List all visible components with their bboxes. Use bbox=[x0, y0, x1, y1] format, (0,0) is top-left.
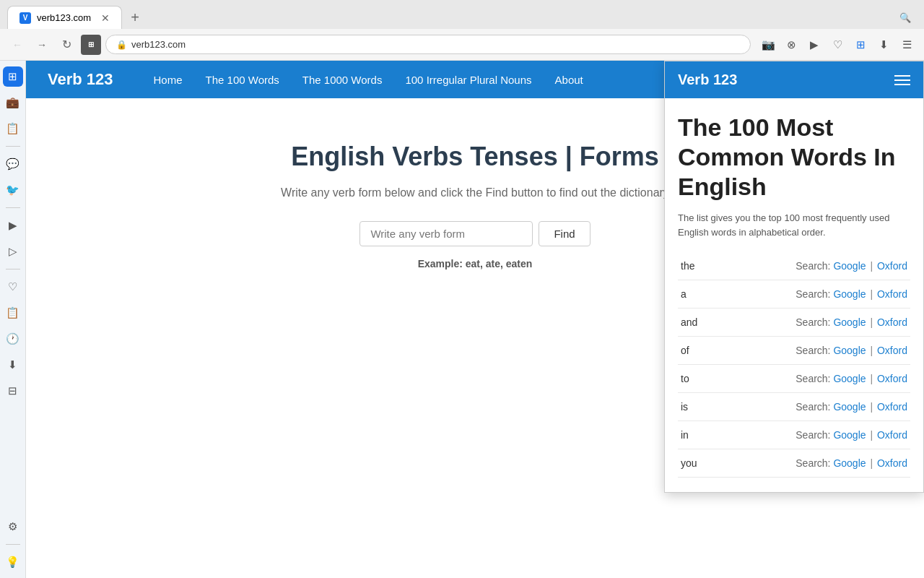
menu-icon[interactable]: ☰ bbox=[897, 35, 917, 55]
sidebar-icon-briefcase[interactable]: 💼 bbox=[3, 92, 23, 113]
table-row: you Search: Google | Oxford bbox=[678, 449, 910, 478]
camera-icon[interactable]: 📷 bbox=[758, 35, 778, 55]
sidebar-separator-2 bbox=[6, 207, 20, 208]
table-row: the Search: Google | Oxford bbox=[678, 252, 910, 280]
table-row: of Search: Google | Oxford bbox=[678, 337, 910, 365]
play-icon[interactable]: ▶ bbox=[804, 35, 824, 55]
block-icon[interactable]: ⊗ bbox=[781, 35, 801, 55]
extensions-button[interactable]: ⊞ bbox=[81, 35, 101, 55]
new-tab-button[interactable]: + bbox=[125, 7, 145, 27]
nav-plural-nouns[interactable]: 100 Irregular Plural Nouns bbox=[393, 61, 543, 98]
heart-icon[interactable]: ♡ bbox=[827, 35, 847, 55]
google-link[interactable]: Google bbox=[833, 457, 866, 469]
sidebar-icon-play2[interactable]: ▷ bbox=[3, 241, 23, 262]
google-link[interactable]: Google bbox=[833, 401, 866, 413]
browser-search-icon[interactable]: 🔍 bbox=[894, 9, 917, 26]
popup-header: Verb 123 bbox=[665, 61, 923, 98]
popup-body: The 100 Most Common Words In English The… bbox=[665, 98, 923, 492]
word-cell: is bbox=[678, 393, 771, 421]
table-row: is Search: Google | Oxford bbox=[678, 393, 910, 421]
google-link[interactable]: Google bbox=[833, 429, 866, 441]
website-content: Verb 123 Home The 100 Words The 1000 Wor… bbox=[26, 61, 924, 578]
search-separator: | bbox=[870, 345, 876, 356]
sidebar-icon-list[interactable]: 📋 bbox=[3, 303, 23, 323]
search-cell: Search: Google | Oxford bbox=[771, 393, 910, 421]
search-separator: | bbox=[870, 401, 876, 413]
popup-menu-button[interactable] bbox=[894, 75, 910, 85]
nav-100-words[interactable]: The 100 Words bbox=[194, 61, 291, 98]
nav-about[interactable]: About bbox=[544, 61, 595, 98]
sidebar-separator-1 bbox=[6, 146, 20, 147]
word-cell: the bbox=[678, 252, 771, 280]
oxford-link[interactable]: Oxford bbox=[877, 316, 907, 328]
search-cell: Search: Google | Oxford bbox=[771, 337, 910, 365]
word-cell: in bbox=[678, 421, 771, 449]
tab-close-button[interactable]: ✕ bbox=[101, 12, 110, 24]
oxford-link[interactable]: Oxford bbox=[877, 288, 907, 300]
google-link[interactable]: Google bbox=[833, 316, 866, 328]
google-link[interactable]: Google bbox=[833, 260, 866, 272]
oxford-link[interactable]: Oxford bbox=[877, 345, 907, 356]
word-cell: to bbox=[678, 365, 771, 393]
search-separator: | bbox=[870, 457, 876, 469]
table-row: and Search: Google | Oxford bbox=[678, 309, 910, 337]
sidebar-icon-twitter[interactable]: 🐦 bbox=[3, 180, 23, 200]
search-cell: Search: Google | Oxford bbox=[771, 309, 910, 337]
oxford-link[interactable]: Oxford bbox=[877, 401, 907, 413]
tab-title: verb123.com bbox=[37, 12, 91, 23]
table-row: a Search: Google | Oxford bbox=[678, 280, 910, 309]
popup-description: The list gives you the top 100 most freq… bbox=[678, 211, 910, 239]
find-button[interactable]: Find bbox=[539, 221, 590, 246]
site-logo[interactable]: Verb 123 bbox=[48, 70, 113, 89]
oxford-link[interactable]: Oxford bbox=[877, 373, 907, 384]
sidebar-icon-extensions[interactable]: ⊞ bbox=[3, 66, 23, 87]
word-cell: you bbox=[678, 449, 771, 478]
download-icon[interactable]: ⬇ bbox=[873, 35, 894, 55]
table-row: in Search: Google | Oxford bbox=[678, 421, 910, 449]
extensions-sidebar-icon[interactable]: ⊞ bbox=[850, 35, 871, 55]
url-text: verb123.com bbox=[131, 39, 740, 50]
forward-button[interactable]: → bbox=[32, 35, 52, 55]
words-table: the Search: Google | Oxford a Search: Go… bbox=[678, 252, 910, 478]
oxford-link[interactable]: Oxford bbox=[877, 457, 907, 469]
search-cell: Search: Google | Oxford bbox=[771, 365, 910, 393]
sidebar-icon-messages[interactable]: 💬 bbox=[3, 154, 23, 174]
left-sidebar: ⊞ 💼 📋 💬 🐦 ▶ ▷ ♡ 📋 🕐 ⬇ ⊟ ⚙ 💡 bbox=[0, 61, 26, 578]
word-cell: a bbox=[678, 280, 771, 309]
verb-input[interactable] bbox=[359, 221, 533, 246]
search-separator: | bbox=[870, 373, 876, 384]
reload-button[interactable]: ↻ bbox=[56, 35, 77, 55]
google-link[interactable]: Google bbox=[833, 345, 866, 356]
table-row: to Search: Google | Oxford bbox=[678, 365, 910, 393]
sidebar-separator-4 bbox=[6, 544, 20, 545]
search-separator: | bbox=[870, 288, 876, 300]
sidebar-separator-3 bbox=[6, 269, 20, 269]
word-cell: and bbox=[678, 309, 771, 337]
word-cell: of bbox=[678, 337, 771, 365]
popup-title: The 100 Most Common Words In English bbox=[678, 113, 910, 201]
popup-logo: Verb 123 bbox=[678, 72, 737, 88]
sidebar-icon-heart[interactable]: ♡ bbox=[3, 277, 23, 297]
back-button[interactable]: ← bbox=[7, 35, 27, 55]
sidebar-icon-bulb[interactable]: 💡 bbox=[3, 552, 23, 572]
sidebar-icon-play1[interactable]: ▶ bbox=[3, 215, 23, 236]
example-words: eat, ate, eaten bbox=[466, 258, 533, 269]
browser-tab[interactable]: V verb123.com ✕ bbox=[7, 6, 122, 29]
sidebar-icon-notes[interactable]: 📋 bbox=[3, 118, 23, 139]
sidebar-icon-download[interactable]: ⬇ bbox=[3, 355, 23, 375]
sidebar-icon-settings[interactable]: ⚙ bbox=[3, 517, 23, 537]
tab-favicon: V bbox=[19, 12, 31, 24]
nav-home[interactable]: Home bbox=[142, 61, 194, 98]
sidebar-icon-box[interactable]: ⊟ bbox=[3, 381, 23, 401]
search-cell: Search: Google | Oxford bbox=[771, 421, 910, 449]
lock-icon: 🔒 bbox=[116, 40, 127, 50]
nav-1000-words[interactable]: The 1000 Words bbox=[291, 61, 394, 98]
search-cell: Search: Google | Oxford bbox=[771, 280, 910, 309]
google-link[interactable]: Google bbox=[833, 373, 866, 384]
google-link[interactable]: Google bbox=[833, 288, 866, 300]
oxford-link[interactable]: Oxford bbox=[877, 260, 907, 272]
sidebar-icon-clock[interactable]: 🕐 bbox=[3, 329, 23, 349]
address-bar[interactable]: 🔒 verb123.com bbox=[105, 35, 751, 54]
popup-panel: Verb 123 The 100 Most Common Words In En… bbox=[664, 61, 924, 493]
oxford-link[interactable]: Oxford bbox=[877, 429, 907, 441]
